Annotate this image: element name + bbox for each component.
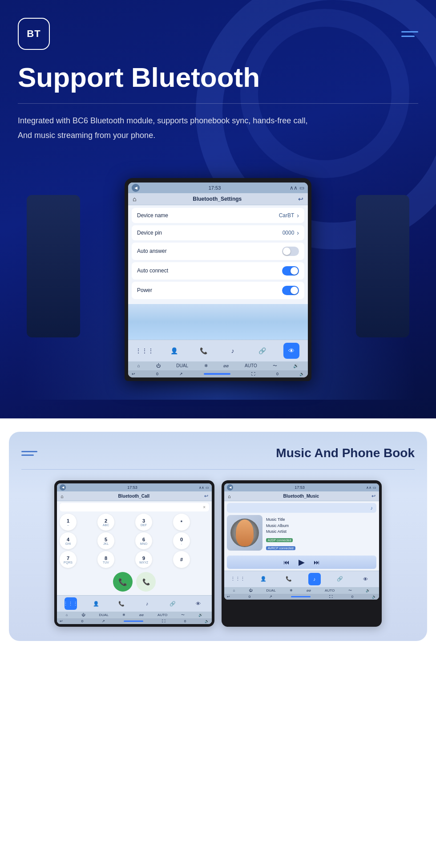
- music-tb-link[interactable]: 🔗: [334, 573, 346, 585]
- call-nav-back[interactable]: ↩: [204, 493, 208, 499]
- toolbar-link-icon[interactable]: 🔗: [254, 343, 270, 359]
- call-button[interactable]: 📞: [113, 572, 133, 592]
- music-sys-home[interactable]: ⌂: [233, 588, 235, 592]
- dial-key-6[interactable]: 6MNO: [135, 532, 152, 549]
- screen-icon: ▭: [299, 185, 304, 191]
- music-nav-back[interactable]: ↩: [371, 493, 375, 499]
- screen-time: 17:53: [209, 185, 221, 191]
- music-home-icon[interactable]: ⌂: [228, 494, 231, 499]
- music-vol-bar[interactable]: [291, 596, 311, 597]
- menu-icon[interactable]: [401, 31, 418, 37]
- volume-bar[interactable]: [204, 373, 230, 375]
- music-tb-menu[interactable]: ⋮⋮⋮: [232, 573, 244, 585]
- call-sys-snow[interactable]: ❄: [122, 613, 125, 617]
- toolbar-camera-icon[interactable]: 👁: [283, 343, 299, 359]
- sys-vol-icon[interactable]: 🔊: [293, 363, 299, 368]
- call-tb-eye[interactable]: 👁: [192, 597, 204, 610]
- call-sys-fan[interactable]: 〜: [181, 612, 185, 617]
- call-sys-power[interactable]: ⏻: [81, 613, 85, 617]
- dial-key-star[interactable]: *: [173, 514, 190, 531]
- music-sys-vol[interactable]: 🔊: [366, 588, 370, 592]
- power-row: Power: [132, 282, 304, 299]
- call-ctrl-vol[interactable]: 🔈: [205, 619, 209, 623]
- music-note-icon[interactable]: ♪: [371, 505, 373, 511]
- music-tb-contacts[interactable]: 👤: [257, 573, 270, 585]
- dial-key-7[interactable]: 7PQRS: [60, 551, 77, 568]
- music-ctrl-temp[interactable]: ↗: [269, 595, 272, 599]
- dial-key-4[interactable]: 4GHI: [60, 532, 77, 549]
- dial-search-bar[interactable]: ×: [60, 503, 209, 511]
- call-tb-contacts[interactable]: 👤: [90, 597, 102, 610]
- auto-connect-toggle[interactable]: [282, 266, 299, 276]
- sys-fan-icon[interactable]: 〜: [273, 363, 277, 369]
- car-container: ◀ 17:53 ∧∧ ▭ ⌂ Bluetooth_Settings ↩: [18, 159, 418, 400]
- music-ctrl-speed[interactable]: ⛶: [329, 595, 333, 599]
- home-icon[interactable]: ⌂: [133, 195, 136, 203]
- device-pin-value-row: 0000 ›: [283, 229, 299, 236]
- ctrl-speed-icon[interactable]: ⛶: [251, 372, 255, 376]
- play-pause-button[interactable]: ▶: [299, 557, 305, 567]
- music-sys-fan[interactable]: 〜: [348, 588, 352, 593]
- call-tb-music[interactable]: ♪: [141, 597, 153, 610]
- device-name-row[interactable]: Device name CarBT ›: [132, 208, 304, 223]
- music-tb-music[interactable]: ♪: [308, 573, 321, 585]
- screen-controls-bar: ↩ 0 ↗ ⛶ 0 🔈: [128, 370, 308, 377]
- toolbar-music-icon[interactable]: ♪: [225, 343, 241, 359]
- call-ctrl-speed[interactable]: ⛶: [162, 619, 166, 623]
- power-toggle[interactable]: [282, 286, 299, 295]
- ctrl-back-icon[interactable]: ↩: [132, 372, 135, 376]
- dial-key-9[interactable]: 9WXYZ: [135, 551, 152, 568]
- call-ctrl-temp[interactable]: ↗: [102, 619, 105, 623]
- dial-key-8[interactable]: 8TUV: [97, 551, 114, 568]
- call-sys-ac[interactable]: ⌀⌀: [139, 613, 144, 617]
- car-left-vent: [27, 195, 80, 337]
- music-tb-eye[interactable]: 👁: [359, 573, 371, 585]
- call-tb-menu[interactable]: ⋮⋮⋮: [65, 597, 77, 610]
- call-vol-bar[interactable]: [124, 621, 143, 622]
- dial-key-5[interactable]: 5JKL: [97, 532, 114, 549]
- search-clear-icon[interactable]: ×: [203, 505, 206, 510]
- call-tb-phone[interactable]: 📞: [115, 597, 128, 610]
- prev-track-button[interactable]: ⏮: [283, 559, 290, 566]
- dial-key-0[interactable]: 0-: [173, 532, 190, 549]
- dial-key-hash[interactable]: #: [173, 551, 190, 568]
- sys-ac-icon[interactable]: ⌀⌀: [223, 363, 229, 368]
- call-home-icon[interactable]: ⌂: [61, 494, 64, 499]
- music-back-btn[interactable]: ◀: [227, 484, 233, 491]
- music-ctrl-back[interactable]: ↩: [227, 595, 230, 599]
- call-bottom-bar: ⌂ ⏻ DUAL ❄ ⌀⌀ AUTO 〜 🔊: [57, 612, 212, 618]
- car-bg: ◀ 17:53 ∧∧ ▭ ⌂ Bluetooth_Settings ↩: [18, 159, 418, 400]
- ctrl-temp-icon[interactable]: ↗: [179, 372, 183, 376]
- toolbar-phone-icon[interactable]: 📞: [195, 343, 211, 359]
- dial-key-1[interactable]: 1–: [60, 514, 77, 531]
- music-sys-power[interactable]: ⏻: [249, 588, 252, 592]
- call-ctrl-back[interactable]: ↩: [60, 619, 63, 623]
- screen-nav-back[interactable]: ↩: [298, 195, 303, 203]
- music-screen: ◀ 17:53 ∧∧ ▭ ⌂ Bluetooth_Music ↩ ♪: [224, 483, 379, 600]
- music-tb-phone[interactable]: 📞: [283, 573, 295, 585]
- dial-key-2[interactable]: 2ABC: [97, 514, 114, 531]
- dial-key-3[interactable]: 3DEF: [135, 514, 152, 531]
- toolbar-menu-icon[interactable]: ⋮⋮⋮: [137, 343, 153, 359]
- device-pin-row[interactable]: Device pin 0000 ›: [132, 225, 304, 240]
- toolbar-contacts-icon[interactable]: 👤: [166, 343, 182, 359]
- music-sys-ac[interactable]: ⌀⌀: [307, 588, 311, 592]
- music-ctrl-vol[interactable]: 🔈: [372, 595, 376, 599]
- music-menu-icon[interactable]: [21, 451, 37, 456]
- auto-connect-label: Auto connect: [137, 268, 168, 274]
- screen-back-button[interactable]: ◀: [132, 184, 140, 192]
- call-tb-link[interactable]: 🔗: [166, 597, 179, 610]
- hangup-button[interactable]: 📞: [136, 572, 156, 592]
- call-sys-vol[interactable]: 🔊: [198, 613, 203, 617]
- music-screen-toolbar: ⋮⋮⋮ 👤 📞 ♪ 🔗 👁: [224, 571, 379, 587]
- sys-snowflake-icon[interactable]: ❄: [204, 363, 208, 368]
- sys-home-icon[interactable]: ⌂: [137, 363, 140, 368]
- sys-power-icon[interactable]: ⏻: [156, 363, 161, 368]
- next-track-button[interactable]: ⏭: [314, 559, 320, 566]
- music-sys-snow[interactable]: ❄: [290, 588, 293, 592]
- auto-answer-toggle[interactable]: [282, 247, 299, 256]
- call-back-btn[interactable]: ◀: [60, 484, 66, 491]
- ctrl-vol-down[interactable]: 🔈: [299, 372, 304, 376]
- call-sys-home[interactable]: ⌂: [66, 613, 68, 617]
- auto-answer-label: Auto answer: [137, 248, 167, 254]
